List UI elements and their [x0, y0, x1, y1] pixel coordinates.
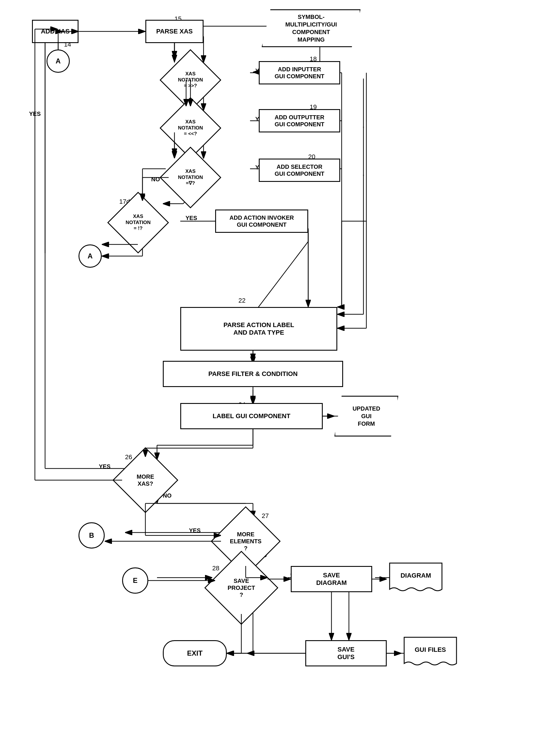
updated-gui-shape: UPDATEDGUIFORM: [334, 396, 398, 437]
diamond-save-project: SAVEPROJECT?: [215, 561, 268, 614]
parse-xas-box: PARSE XAS: [145, 20, 204, 43]
circle-b: B: [78, 522, 105, 549]
yes-left: YES: [29, 110, 41, 117]
yes-more-elements: YES: [189, 527, 201, 534]
svg-line-20: [253, 242, 308, 314]
exit-box: EXIT: [163, 640, 227, 666]
label-22: 22: [239, 297, 245, 304]
circle-a-bottom: A: [78, 244, 102, 268]
circle-a-top: A: [46, 49, 70, 73]
yes-more-xas: YES: [99, 463, 110, 470]
add-xas-box: ADD XAS: [32, 20, 78, 43]
diagram-shape: DIAGRAM: [387, 561, 445, 598]
parse-action-box: PARSE ACTION LABELAND DATA TYPE: [180, 307, 337, 351]
no-17c: NO: [151, 176, 160, 183]
add-action-invoker-box: ADD ACTION INVOKERGUI COMPONENT: [215, 209, 308, 233]
diamond-more-xas: MOREXAS?: [122, 457, 169, 503]
add-inputter-box: ADD INPUTTERGUI COMPONENT: [259, 61, 340, 84]
add-outputter-box: ADD OUTPUTTERGUI COMPONENT: [259, 109, 340, 133]
label-gui-box: LABEL GUI COMPONENT: [180, 403, 323, 429]
yes-17d: YES: [185, 215, 197, 222]
gui-files-shape: GUI FILES: [401, 636, 460, 672]
svg-text:DIAGRAM: DIAGRAM: [400, 572, 431, 579]
diamond-17d: XASNOTATION= !?: [116, 201, 160, 244]
save-guis-box: SAVEGUI'S: [305, 640, 387, 666]
diamond-17a: XASNOTATION= >>?: [169, 58, 212, 102]
symbol-mapping-shape: SYMBOL-MULTIPLICITY/GUICOMPONENTMAPPING: [262, 9, 360, 47]
parse-filter-box: PARSE FILTER & CONDITION: [163, 361, 343, 387]
diamond-17b: XASNOTATION= <<?: [169, 106, 212, 150]
add-selector-box: ADD SELECTORGUI COMPONENT: [259, 159, 340, 182]
svg-text:GUI FILES: GUI FILES: [415, 646, 446, 653]
diamond-17c: XASNOTATION=∇?: [169, 156, 212, 199]
flowchart: 15 16 17a 18 17b 19 17c 20 17d 21 22 23 …: [0, 0, 535, 756]
circle-e: E: [122, 567, 148, 594]
save-diagram-box: SAVEDIAGRAM: [291, 566, 372, 592]
